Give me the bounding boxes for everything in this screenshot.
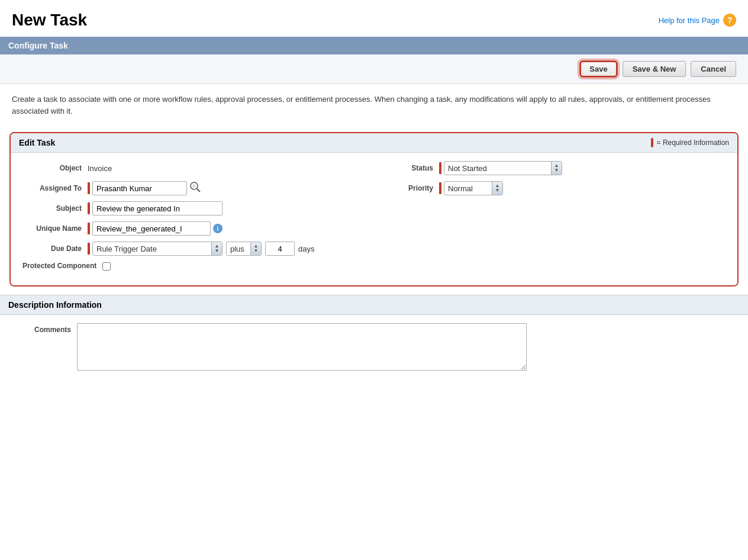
status-required-marker xyxy=(439,162,441,174)
description-information-section: Description Information Comments xyxy=(0,295,748,379)
info-icon[interactable]: i xyxy=(213,224,223,233)
page-title: New Task xyxy=(12,11,87,30)
subject-section: Subject xyxy=(22,201,374,215)
object-value: Invoice xyxy=(88,164,112,173)
status-select-arrows[interactable]: ▲▼ xyxy=(551,162,562,175)
assigned-to-input[interactable] xyxy=(92,181,187,195)
subject-required-marker xyxy=(88,202,90,214)
due-date-label: Due Date xyxy=(22,244,88,253)
help-link-text: Help for this Page xyxy=(659,16,720,25)
unique-name-input[interactable] xyxy=(92,221,211,236)
edit-task-form: Object Invoice Status Not Started ▲▼ xyxy=(11,153,737,285)
unique-name-label: Unique Name xyxy=(22,224,88,233)
form-row-subject: Subject xyxy=(22,201,726,215)
subject-input[interactable] xyxy=(92,201,223,215)
due-date-section: Due Date Rule Trigger Date ▲▼ plus ▲▼ xyxy=(22,242,726,256)
plus-select[interactable]: plus ▲▼ xyxy=(226,242,262,256)
unique-name-wrapper: i xyxy=(88,221,223,236)
days-input[interactable] xyxy=(265,242,295,256)
edit-task-header: Edit Task = Required Information xyxy=(11,133,737,153)
comments-textarea[interactable] xyxy=(77,323,527,371)
unique-name-required-marker xyxy=(88,223,90,234)
magnifier-icon xyxy=(189,181,201,193)
status-field-section: Status Not Started ▲▼ xyxy=(374,161,726,175)
protected-component-label: Protected Component xyxy=(22,262,102,271)
protected-component-checkbox[interactable] xyxy=(102,262,111,271)
object-field-section: Object Invoice xyxy=(22,164,374,173)
assigned-to-required-marker xyxy=(88,182,90,194)
edit-task-title: Edit Task xyxy=(19,138,55,147)
cancel-button[interactable]: Cancel xyxy=(691,61,736,77)
help-link[interactable]: Help for this Page ? xyxy=(659,14,736,27)
unique-name-section: Unique Name i xyxy=(22,221,374,236)
lookup-icon[interactable] xyxy=(189,181,201,195)
priority-section: Priority Normal ▲▼ xyxy=(374,181,726,195)
priority-label: Priority xyxy=(374,184,439,192)
protected-component-section: Protected Component xyxy=(22,262,374,271)
priority-select[interactable]: Normal ▲▼ xyxy=(444,181,503,195)
configure-task-header: Configure Task xyxy=(0,37,748,54)
due-date-wrapper: Rule Trigger Date ▲▼ plus ▲▼ days xyxy=(88,242,314,256)
edit-task-section: Edit Task = Required Information Object … xyxy=(9,132,739,287)
due-date-select-arrows[interactable]: ▲▼ xyxy=(211,242,222,255)
form-row-object-status: Object Invoice Status Not Started ▲▼ xyxy=(22,161,726,175)
priority-select-arrows[interactable]: ▲▼ xyxy=(492,182,502,195)
days-label: days xyxy=(298,244,314,253)
subject-wrapper xyxy=(88,201,223,215)
svg-point-4 xyxy=(192,184,196,188)
description-text: Create a task to associate with one or m… xyxy=(0,84,748,126)
status-select-text: Not Started xyxy=(444,163,551,174)
status-required-wrapper: Not Started ▲▼ xyxy=(439,161,562,175)
form-row-unique-name: Unique Name i xyxy=(22,221,726,236)
assigned-to-label: Assigned To xyxy=(22,184,88,192)
due-date-select-text: Rule Trigger Date xyxy=(93,243,211,255)
form-row-assigned-priority: Assigned To Prior xyxy=(22,181,726,195)
toolbar: Save Save & New Cancel xyxy=(0,54,748,84)
comments-row: Comments xyxy=(12,323,736,371)
priority-wrapper: Normal ▲▼ xyxy=(439,181,503,195)
save-button[interactable]: Save xyxy=(579,60,617,78)
description-information-header: Description Information xyxy=(0,295,748,315)
priority-select-text: Normal xyxy=(444,183,492,194)
required-legend: = Required Information xyxy=(651,138,729,147)
due-date-select[interactable]: Rule Trigger Date ▲▼ xyxy=(92,242,223,256)
comments-label: Comments xyxy=(12,323,77,334)
required-bar-icon xyxy=(651,138,653,147)
status-label: Status xyxy=(374,164,439,172)
plus-select-text: plus xyxy=(227,243,250,255)
assigned-to-section: Assigned To xyxy=(22,181,374,195)
page-header: New Task Help for this Page ? xyxy=(0,0,748,37)
object-label: Object xyxy=(22,164,88,172)
svg-line-3 xyxy=(197,189,200,192)
svg-text:?: ? xyxy=(727,15,733,25)
description-information-body: Comments xyxy=(0,315,748,379)
help-icon: ? xyxy=(723,14,736,27)
subject-label: Subject xyxy=(22,204,88,213)
plus-select-arrows[interactable]: ▲▼ xyxy=(250,242,261,255)
form-row-due-date: Due Date Rule Trigger Date ▲▼ plus ▲▼ xyxy=(22,242,726,256)
form-row-protected-component: Protected Component xyxy=(22,262,726,271)
due-date-required-marker xyxy=(88,243,90,255)
save-new-button[interactable]: Save & New xyxy=(623,61,686,77)
priority-required-marker xyxy=(439,182,441,194)
assigned-to-wrapper xyxy=(88,181,201,195)
due-date-controls: Rule Trigger Date ▲▼ plus ▲▼ days xyxy=(92,242,314,256)
status-select[interactable]: Not Started ▲▼ xyxy=(444,161,562,175)
